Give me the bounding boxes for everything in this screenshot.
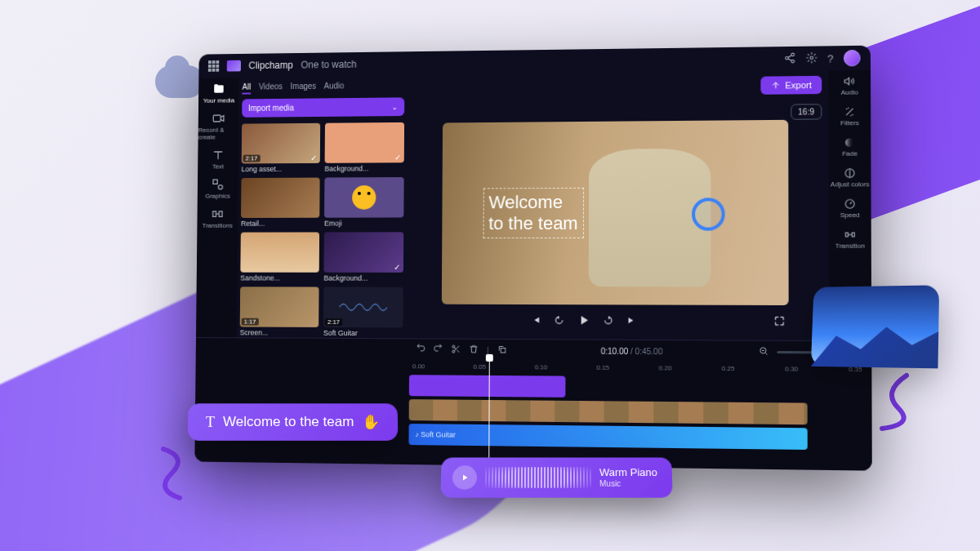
svg-point-3 (810, 56, 813, 59)
sidebar-item-media[interactable]: Your media (203, 82, 235, 104)
svg-rect-12 (845, 233, 848, 237)
user-avatar[interactable] (844, 50, 861, 66)
tool-audio[interactable]: Audio (841, 75, 858, 96)
video-overlay-circle (692, 198, 725, 230)
trash-icon[interactable] (469, 344, 479, 356)
graphics-icon (212, 178, 224, 191)
tool-label: Transition (835, 242, 865, 250)
app-launcher-icon[interactable] (208, 60, 219, 72)
media-label: Sandstone... (240, 274, 318, 282)
undo-icon[interactable] (416, 344, 425, 355)
sidebar-item-transitions[interactable]: Transitions (203, 207, 233, 229)
tab-videos[interactable]: Videos (259, 82, 283, 94)
tab-all[interactable]: All (242, 82, 251, 95)
forward-icon[interactable] (603, 314, 614, 329)
help-icon[interactable]: ? (827, 52, 833, 64)
timeline-tracks[interactable]: ♪ Soft Guitar (408, 371, 863, 470)
transitions-icon (212, 207, 224, 220)
preview-canvas[interactable]: Welcome to the team (442, 120, 789, 305)
check-icon: ✓ (394, 153, 403, 161)
time-display: 0:10.00 / 0:45.00 (601, 346, 663, 356)
media-item[interactable]: 1:17Screen... (240, 287, 319, 336)
floating-image-chip (811, 285, 939, 368)
video-clip[interactable] (409, 399, 808, 424)
text-icon (212, 149, 224, 162)
import-media-button[interactable]: Import media ⌄ (242, 97, 404, 117)
media-item[interactable]: Emoji (324, 177, 404, 228)
tool-colors[interactable]: Adjust colors (831, 167, 869, 189)
share-icon[interactable] (784, 51, 795, 65)
media-label: Long asset... (242, 165, 320, 173)
music-category: Music (599, 479, 657, 488)
folder-icon (212, 82, 225, 96)
audio-clip-label: Soft Guitar (421, 430, 456, 439)
waveform-icon (340, 297, 388, 317)
play-icon (452, 465, 478, 490)
app-name: Clipchamp (248, 60, 292, 71)
tab-audio[interactable]: Audio (324, 82, 345, 94)
tool-filters[interactable]: Filters (840, 106, 859, 127)
redo-icon[interactable] (434, 344, 443, 355)
media-label: Retail... (241, 220, 319, 228)
media-label: Screen... (240, 328, 319, 336)
text-icon: T (206, 414, 215, 431)
text-overlay[interactable]: Welcome to the team (483, 187, 584, 238)
media-item[interactable]: ✓Background... (323, 232, 403, 282)
duration-badge: 2:17 (243, 155, 261, 162)
chip-text: Welcome to the team (223, 414, 354, 430)
rewind-icon[interactable] (554, 314, 565, 329)
sidebar-item-graphics[interactable]: Graphics (205, 178, 230, 200)
transition-icon (844, 229, 857, 240)
ruler-tick: 0.00 (412, 362, 425, 370)
skip-start-icon[interactable] (531, 314, 542, 329)
media-item[interactable]: ✓Background... (324, 122, 404, 173)
duration-badge: 2:17 (325, 318, 342, 326)
tool-speed[interactable]: Speed (840, 198, 860, 220)
sidebar-label: Your media (203, 97, 234, 104)
contrast-icon (844, 167, 856, 179)
zoom-out-icon[interactable] (759, 346, 768, 358)
copy-icon[interactable] (497, 344, 507, 356)
chevron-down-icon: ⌄ (392, 103, 399, 111)
floating-title-chip: T Welcome to the team ✋ (188, 403, 399, 441)
sidebar-label: Text (212, 163, 224, 171)
aspect-ratio-button[interactable]: 16:9 (791, 104, 822, 120)
title-clip[interactable] (409, 375, 565, 398)
project-name[interactable]: One to watch (301, 59, 356, 71)
sidebar-label: Record & create (198, 127, 239, 141)
svg-rect-7 (213, 211, 216, 217)
media-item[interactable]: 2:17✓Long asset... (242, 123, 321, 173)
duration-badge: 1:17 (242, 318, 259, 326)
tab-images[interactable]: Images (290, 82, 316, 94)
speaker-icon (844, 75, 855, 87)
scissors-icon[interactable] (451, 344, 461, 356)
svg-rect-4 (213, 115, 220, 122)
fullscreen-icon[interactable] (773, 315, 785, 330)
timeline-toolbar: | 0:10.00 / 0:45.00 (409, 339, 863, 363)
play-button[interactable] (577, 313, 591, 331)
audio-clip[interactable]: ♪ Soft Guitar (408, 424, 807, 450)
svg-point-9 (845, 138, 854, 147)
media-item[interactable]: Retail... (241, 178, 320, 228)
tool-transition[interactable]: Transition (835, 229, 865, 250)
svg-point-14 (452, 345, 455, 348)
svg-rect-8 (219, 211, 222, 217)
media-item[interactable]: 2:17Soft Guitar (323, 287, 403, 338)
left-sidebar: Your media Record & create Text Graphics… (196, 78, 239, 337)
sidebar-item-text[interactable]: Text (212, 149, 225, 170)
sidebar-item-record[interactable]: Record & create (198, 112, 239, 140)
ruler-tick: 0.25 (722, 364, 735, 371)
ruler-tick: 0.20 (659, 364, 672, 371)
svg-rect-5 (213, 180, 217, 184)
skip-end-icon[interactable] (626, 314, 637, 329)
settings-icon[interactable] (805, 51, 817, 65)
export-button[interactable]: Export (761, 76, 822, 95)
sidebar-label: Graphics (205, 193, 230, 200)
svg-rect-16 (501, 348, 505, 353)
tool-label: Audio (841, 89, 858, 96)
tool-fade[interactable]: Fade (842, 136, 858, 158)
media-label: Soft Guitar (323, 329, 403, 337)
media-item[interactable]: Sandstone... (240, 232, 319, 282)
grab-cursor-icon: ✋ (362, 413, 380, 431)
ruler-tick: 0.15 (596, 363, 609, 371)
